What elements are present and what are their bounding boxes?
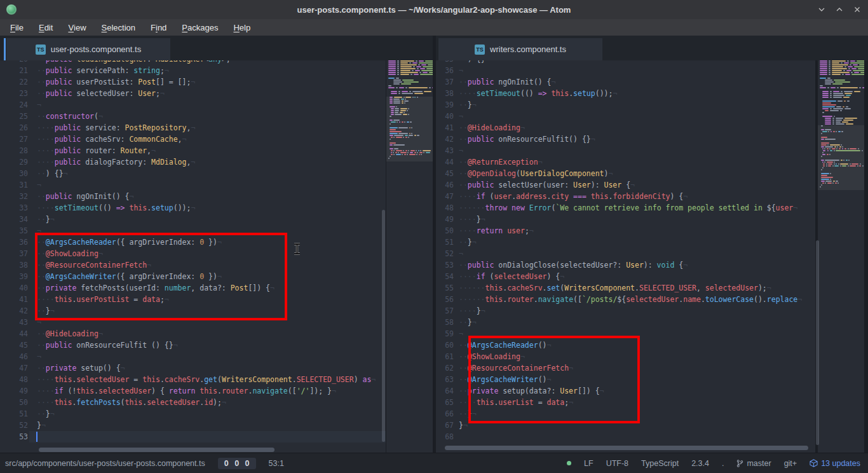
code-line-42: 42··public onResourceFulfit() {}¬ (436, 134, 815, 145)
editor-pane-left: TS user-posts.component.ts 20··public lo… (0, 36, 433, 453)
code-line-37: 37··public ngOnInit() {¬ (436, 76, 815, 88)
code-line-23: 23··public selectedUser: User;¬ (0, 88, 386, 99)
code-line-46: 46¬ (0, 351, 386, 362)
code-line-49: 49····}¬ (436, 214, 815, 225)
code-line-52: 52}¬ (0, 420, 386, 431)
menu-selection[interactable]: Selection (94, 19, 143, 36)
code-line-48: 48····this.selectedUser = this.cacheSrv.… (0, 374, 386, 385)
code-line-45: 45··public onResourceFulfit () {}¬ (0, 339, 386, 351)
annotation-red-box-left (35, 233, 287, 320)
text-caret (36, 432, 37, 442)
tab-user-posts[interactable]: TS user-posts.component.ts (6, 38, 170, 60)
code-line-35: 35··) {}¬ (436, 60, 815, 65)
code-line-25: 25··constructor(¬ (0, 111, 386, 122)
mouse-ibeam-cursor (293, 243, 301, 255)
tab-label: writers.component.ts (490, 45, 566, 54)
code-line-27: 27····public cacheSrv: CommonCache,¬ (0, 134, 386, 145)
code-line-57: 57····}¬ (436, 305, 815, 317)
code-line-36: 36¬ (436, 65, 815, 76)
horizontal-scrollbar-left[interactable] (39, 448, 275, 452)
code-line-56: 56······this.router.navigate([`/posts/${… (436, 294, 815, 305)
code-line-52: 52¬ (436, 248, 815, 259)
minimap-left[interactable] (386, 60, 433, 453)
code-line-24: 24¬ (0, 99, 386, 111)
line-ending[interactable]: LF (584, 459, 593, 468)
code-line-54: 54····if (selectedUser) {¬ (436, 271, 815, 282)
menu-packages[interactable]: Packages (174, 19, 226, 36)
code-line-30: 30··) {}¬ (0, 168, 386, 179)
code-line-45: 45··@OpenDialog(UserDialogComponent)¬ (436, 168, 815, 179)
code-line-32: 32··public ngOnInit() {¬ (0, 191, 386, 202)
code-line-39: 39··}¬ (436, 99, 815, 111)
code-line-51: 51··}¬ (436, 236, 815, 248)
code-line-26: 26····public service: PostRepository,¬ (0, 122, 386, 134)
git-plus[interactable]: git+ (784, 459, 797, 468)
editor-pane-right: TS writers.component.ts 35··) {}¬36¬37··… (436, 36, 868, 453)
status-ok-icon (567, 461, 571, 465)
code-line-68: 68 (436, 431, 815, 442)
annotation-red-box-right (468, 336, 640, 423)
code-line-47: 47····if (user.address.city === this.for… (436, 191, 815, 202)
grammar[interactable]: TypeScript (641, 459, 679, 468)
code-line-55: 55······this.cacheSrv.set(WritersCompone… (436, 282, 815, 294)
code-line-28: 28····public router: Router,¬ (0, 145, 386, 156)
tab-bar-right: TS writers.component.ts (436, 36, 868, 60)
code-line-53: 53··public onDialogClose(selectedUser?: … (436, 259, 815, 271)
code-line-40: 40¬ (436, 111, 815, 122)
menu-bar: FileEditViewSelectionFindPackagesHelp (0, 19, 868, 36)
git-branch[interactable]: master (736, 459, 771, 468)
vertical-scrollbar-left[interactable] (382, 210, 385, 442)
tab-writers[interactable]: TS writers.component.ts (438, 38, 602, 60)
code-line-49: 49····if (!this.selectedUser) { return t… (0, 385, 386, 397)
file-path[interactable]: src/app/components/user-posts/user-posts… (5, 459, 205, 468)
menu-file[interactable]: File (3, 19, 31, 36)
code-line-58: 58··}¬ (436, 317, 815, 328)
code-line-21: 21··public servicePath: string;¬ (0, 65, 386, 76)
menu-edit[interactable]: Edit (31, 19, 60, 36)
branch-icon (736, 459, 743, 468)
menu-find[interactable]: Find (143, 19, 174, 36)
status-bar: src/app/components/user-posts/user-posts… (0, 453, 868, 473)
active-pane-accent (4, 38, 6, 60)
code-line-53: 53 (0, 431, 386, 442)
code-line-50: 50····this.fetchPosts(this.selectedUser.… (0, 397, 386, 408)
encoding[interactable]: UTF-8 (606, 459, 628, 468)
typescript-file-icon: TS (475, 45, 485, 55)
dot-indicator: . (722, 459, 724, 468)
code-line-44: 44··@ReturnException¬ (436, 156, 815, 168)
vertical-scrollbar-right[interactable] (816, 240, 819, 445)
version: 2.3.4 (691, 459, 709, 468)
code-line-51: 51··}¬ (0, 408, 386, 420)
tab-label: user-posts.component.ts (51, 45, 141, 54)
close-icon[interactable] (851, 4, 863, 15)
maximize-icon[interactable] (834, 4, 845, 15)
atom-window: user-posts.component.ts — ~/Works/angula… (0, 0, 868, 473)
code-line-38: 38····setTimeout(() => this.setup());¬ (436, 88, 815, 99)
code-line-29: 29····public dialogFactory: MdDialog,¬ (0, 156, 386, 168)
window-controls (816, 0, 863, 19)
code-line-43: 43¬ (436, 145, 815, 156)
horizontal-scrollbar-right[interactable] (445, 446, 808, 450)
tab-bar-left: TS user-posts.component.ts (0, 36, 433, 60)
code-line-44: 44··@HideLoading¬ (0, 328, 386, 339)
typescript-file-icon: TS (36, 45, 46, 55)
code-line-47: 47··private setup() {¬ (0, 362, 386, 374)
code-line-34: 34··}¬ (0, 214, 386, 225)
code-line-50: 50····return user;¬ (436, 225, 815, 236)
git-diff-counts[interactable]: 0 0 0 (218, 458, 256, 469)
atom-logo-icon (6, 4, 17, 15)
cursor-position[interactable]: 53:1 (269, 459, 284, 468)
code-line-31: 31¬ (0, 179, 386, 191)
code-line-22: 22··public userPostList: Post[] = [];¬ (0, 76, 386, 88)
menu-help[interactable]: Help (226, 19, 258, 36)
minimap-right[interactable] (818, 60, 864, 453)
package-updates[interactable]: 13 updates (810, 459, 860, 468)
code-line-48: 48······throw new Error(`We cannot retri… (436, 202, 815, 214)
minimap-visible-region[interactable] (386, 97, 433, 161)
code-line-41: 41··@HideLoading¬ (436, 122, 815, 134)
minimize-icon[interactable] (816, 4, 827, 15)
package-icon (810, 459, 818, 467)
minimap-visible-region[interactable] (818, 125, 864, 190)
menu-view[interactable]: View (60, 19, 93, 36)
window-title: user-posts.component.ts — ~/Works/angula… (0, 5, 868, 15)
